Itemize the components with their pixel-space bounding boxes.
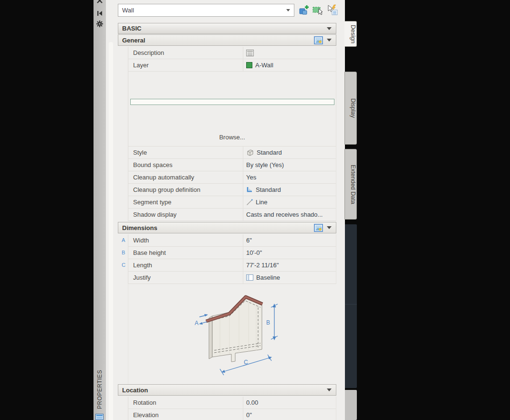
row-label: Description <box>128 47 243 59</box>
row-value[interactable]: 77'-2 11/16" <box>243 259 336 271</box>
tab-design[interactable]: Design <box>344 21 357 47</box>
row-value[interactable]: By style (Yes) <box>243 159 336 171</box>
table-row: Cleanup automatically Yes <box>128 171 336 184</box>
general-rows-upper: Description Layer A-Wall <box>128 47 336 72</box>
chevron-down-icon[interactable] <box>327 39 332 42</box>
dim-b-arrows <box>271 304 278 339</box>
dim-label-a: A <box>195 320 198 326</box>
row-value[interactable]: A-Wall <box>243 59 336 71</box>
palette-title: PROPERTIES <box>94 368 106 410</box>
quick-select-icon[interactable] <box>312 4 323 16</box>
table-row: Elevation 0" <box>128 409 336 420</box>
app-window: PROPERTIES Wall <box>0 0 510 420</box>
row-value[interactable] <box>243 47 336 59</box>
table-row: Rotation 0.00 <box>128 397 336 409</box>
properties-panel: Wall BASIC General <box>106 0 345 420</box>
object-selector-value: Wall <box>122 4 134 16</box>
location-rows: Rotation 0.00 Elevation 0" <box>128 397 336 420</box>
row-label: Bound spaces <box>128 159 243 171</box>
row-label: Segment type <box>128 196 243 208</box>
object-selector-dropdown[interactable]: Wall <box>118 4 294 17</box>
table-row: Cleanup group definition Standard <box>128 184 336 196</box>
row-label: Rotation <box>128 397 243 409</box>
properties-palette-icon[interactable] <box>95 414 104 420</box>
table-row: Style Standard <box>128 147 336 159</box>
close-icon[interactable] <box>96 0 104 4</box>
wall-diagram-svg: A B C <box>186 290 287 381</box>
object-preview-area[interactable]: Browse... <box>128 72 336 147</box>
table-row: Layer A-Wall <box>128 59 336 72</box>
row-value[interactable]: Casts and receives shado... <box>243 209 336 220</box>
section-title: BASIC <box>118 25 141 32</box>
dim-a-arrows <box>199 315 207 324</box>
row-label: Shadow display <box>128 209 243 220</box>
row-label: Layer <box>128 59 243 71</box>
table-row: Shadow display Casts and receives shado.… <box>128 209 336 221</box>
row-value[interactable]: Standard <box>243 147 336 158</box>
wall-dimension-diagram: A B C <box>128 284 336 384</box>
row-label: Base height <box>128 247 243 259</box>
table-row: C Length 77'-2 11/16" <box>128 259 336 272</box>
baseline-icon <box>246 274 253 281</box>
add-object-icon[interactable] <box>299 4 310 16</box>
section-header-location[interactable]: Location <box>118 384 336 396</box>
row-value[interactable]: Baseline <box>243 272 336 284</box>
dim-label-c: C <box>244 359 248 366</box>
table-row: A Width 6" <box>128 234 336 247</box>
chevron-down-icon[interactable] <box>327 226 332 229</box>
picture-icon[interactable] <box>314 224 323 232</box>
table-row: Justify Baseline <box>128 272 336 284</box>
table-row: Description <box>128 47 336 59</box>
section-header-basic[interactable]: BASIC <box>118 23 336 34</box>
section-header-general[interactable]: General <box>118 34 336 46</box>
row-label: Length <box>128 259 243 271</box>
tab-extended-data[interactable]: Extended Data <box>344 149 357 220</box>
table-row: B Base height 10'-0" <box>128 247 336 259</box>
layer-color-swatch <box>246 62 252 68</box>
dimensions-rows: A Width 6" B Base height 10'-0" C Length… <box>128 234 336 284</box>
general-rows-lower: Style Standard Bound spaces By style (Ye… <box>128 147 336 221</box>
cleanup-corner-icon <box>246 187 253 193</box>
dim-key-a: A <box>122 237 125 243</box>
chevron-down-icon[interactable] <box>327 388 332 391</box>
box-3d-icon <box>246 149 254 156</box>
section-title: Dimensions <box>118 224 157 231</box>
tab-strip-spacer <box>345 224 357 388</box>
row-label: Cleanup automatically <box>128 171 243 183</box>
pickadd-toggle-icon[interactable] <box>326 4 338 16</box>
row-label: Cleanup group definition <box>128 184 243 196</box>
chevron-down-icon[interactable] <box>327 27 332 30</box>
gear-icon[interactable] <box>96 20 104 28</box>
row-value[interactable]: 0.00 <box>243 397 336 409</box>
line-icon <box>246 199 253 206</box>
chevron-down-icon <box>286 9 290 11</box>
row-label: Width <box>128 234 243 246</box>
row-value[interactable]: 6" <box>243 234 336 246</box>
row-label: Elevation <box>128 409 243 420</box>
dim-key-b: B <box>122 250 125 255</box>
wall-plan-preview <box>130 99 334 105</box>
list-icon[interactable] <box>246 50 254 56</box>
table-row: Segment type Line <box>128 196 336 209</box>
row-value[interactable]: 0" <box>243 409 336 420</box>
tab-strip-footer <box>345 390 357 420</box>
browse-button[interactable]: Browse... <box>128 134 336 141</box>
autohide-pin-icon[interactable] <box>96 10 104 17</box>
row-value[interactable]: Line <box>243 196 336 208</box>
section-title: General <box>118 37 145 44</box>
row-value[interactable]: 10'-0" <box>243 247 336 259</box>
panel-scrollbar[interactable] <box>109 42 113 420</box>
row-value[interactable]: Yes <box>243 171 336 183</box>
section-header-dimensions[interactable]: Dimensions <box>118 222 336 233</box>
dim-key-c: C <box>122 262 125 268</box>
row-label: Justify <box>128 272 243 284</box>
dim-label-b: B <box>266 319 270 326</box>
row-value[interactable]: Standard <box>243 184 336 196</box>
palette-title-bar[interactable]: PROPERTIES <box>94 0 106 420</box>
table-row: Bound spaces By style (Yes) <box>128 159 336 171</box>
section-title: Location <box>118 387 148 394</box>
row-label: Style <box>128 147 243 158</box>
tab-display[interactable]: Display <box>344 72 357 145</box>
picture-icon[interactable] <box>314 36 323 44</box>
